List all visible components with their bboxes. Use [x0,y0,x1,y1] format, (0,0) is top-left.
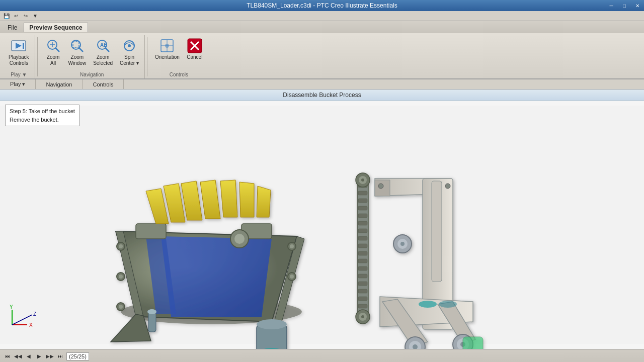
svg-point-83 [378,184,383,189]
svg-rect-24 [136,224,166,239]
svg-rect-71 [432,181,442,282]
ribbon-group-navigation: ZoomAll ZoomWindow [40,35,145,78]
svg-text:AB: AB [100,42,107,48]
svg-rect-56 [358,251,367,255]
step-line2: Remove the bucket. [10,116,75,124]
sub-controls[interactable]: Controls [83,79,124,89]
banner-text: Disassemble Bucket Process [283,92,361,99]
svg-point-85 [419,301,437,308]
ribbon-group-play-items: PlaybackControls [6,35,32,72]
step-counter: (25/25) [66,352,89,360]
svg-point-84 [445,184,450,189]
group-label-controls: Controls [170,72,188,78]
playback-controls-label: PlaybackControls [9,54,29,66]
zoom-all-button[interactable]: ZoomAll [43,36,64,68]
svg-rect-82 [463,337,483,349]
svg-rect-54 [358,236,367,240]
ribbon-group-ctrl-items: Orientation Cancel [152,35,205,72]
zoom-selected-label: ZoomSelected [93,54,113,66]
svg-rect-61 [358,289,367,293]
bottom-playback-bar: ⏮ ◀◀ ◀ ▶ ▶▶ ⏭ (25/25) [0,349,644,362]
viewport[interactable]: Step 5: Take off the bucket Remove the b… [0,101,644,349]
spin-center-icon [121,38,137,54]
z-axis-label: Z [33,311,36,317]
cancel-label: Cancel [187,54,202,60]
svg-rect-50 [358,206,367,210]
svg-rect-51 [358,214,367,218]
svg-rect-58 [358,266,367,270]
ribbon-group-nav-items: ZoomAll ZoomWindow [43,35,141,72]
playback-controls-button[interactable]: PlaybackControls [6,36,32,68]
svg-rect-48 [358,191,367,195]
zoom-window-button[interactable]: ZoomWindow [66,36,89,68]
next-step-button[interactable]: ▶▶ [45,352,54,361]
tab-preview-sequence[interactable]: Preview Sequence [24,23,88,32]
banner: Disassemble Bucket Process [0,89,644,101]
svg-rect-63 [358,304,367,308]
tab-file[interactable]: File [2,23,23,32]
sub-navigation[interactable]: Navigation [36,79,83,89]
svg-rect-49 [358,199,367,203]
titlebar: TLB840SM_Loader.c3di - PTC Creo Illustra… [0,0,644,11]
sub-play[interactable]: Play ▾ [0,79,36,89]
step-line1: Step 5: Take off the bucket [10,107,75,116]
svg-rect-9 [73,42,79,48]
title-text: TLB840SM_Loader.c3di - PTC Creo Illustra… [247,2,397,9]
zoom-selected-button[interactable]: AB ZoomSelected [91,36,115,68]
svg-point-66 [361,178,364,182]
svg-line-4 [55,48,59,52]
svg-point-40 [257,319,287,329]
ribbon: File Preview Sequence PlaybackControls [0,21,644,79]
svg-line-8 [79,48,83,52]
svg-rect-44 [148,312,156,332]
svg-line-11 [105,48,109,52]
zoom-all-icon [45,38,61,54]
svg-point-35 [290,275,294,279]
ribbon-content: PlaybackControls Play ▼ [0,33,644,78]
scene-svg [0,101,644,349]
first-frame-button[interactable]: ⏮ [3,352,12,361]
play-backward-button[interactable]: ◀ [24,352,33,361]
spin-center-button[interactable]: SpinCenter ▾ [117,36,141,68]
svg-rect-53 [358,229,367,233]
svg-point-45 [147,309,156,314]
svg-rect-62 [358,297,367,301]
svg-rect-55 [358,244,367,248]
ribbon-tabs: File Preview Sequence [0,21,644,33]
last-frame-button[interactable]: ⏭ [56,352,65,361]
svg-point-74 [400,242,405,246]
quick-access-toolbar: 💾 ↩ ↪ ▼ [0,11,644,21]
sub-ribbon: Play ▾ Navigation Controls [0,79,644,89]
cancel-button[interactable]: Cancel [184,36,205,62]
zoom-window-label: ZoomWindow [68,54,87,66]
svg-rect-59 [358,274,367,278]
qat-save[interactable]: 💾 [2,12,11,21]
qat-redo[interactable]: ↪ [21,12,30,21]
svg-point-33 [290,244,294,248]
ribbon-group-controls: Orientation Cancel Controls [149,35,208,78]
svg-rect-2 [23,43,24,49]
svg-rect-60 [358,282,367,286]
svg-point-27 [119,244,123,248]
svg-point-29 [119,275,123,279]
orientation-button[interactable]: Orientation [152,36,182,62]
svg-point-37 [234,234,245,244]
svg-point-14 [128,44,131,47]
svg-rect-57 [358,259,367,263]
play-forward-button[interactable]: ▶ [35,352,44,361]
prev-step-button[interactable]: ◀◀ [14,352,23,361]
ribbon-group-play: PlaybackControls Play ▼ [3,35,35,78]
playback-icon [11,38,27,54]
y-axis-label: Y [10,305,13,310]
close-button[interactable]: ✕ [631,0,644,11]
svg-rect-52 [358,221,367,225]
zoom-selected-icon: AB [95,38,111,54]
qat-undo[interactable]: ↩ [12,12,21,21]
axes-widget: X Y Z [7,305,42,330]
maximize-button[interactable]: □ [618,0,631,11]
qat-dropdown[interactable]: ▼ [31,12,40,21]
svg-point-69 [361,315,364,318]
svg-rect-22 [0,106,644,344]
minimize-button[interactable]: ─ [605,0,618,11]
3d-scene [0,101,644,349]
